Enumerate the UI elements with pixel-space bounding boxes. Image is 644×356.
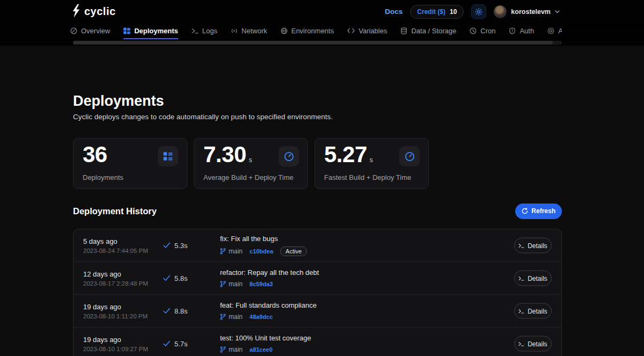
deployment-duration: 5.8s [163,274,188,282]
tab-label: Deployments [134,27,178,35]
deployment-commit: feat: Full standards compliance main 48a… [220,301,317,321]
horizontal-scrollbar[interactable] [73,41,553,45]
timer-icon [284,151,294,162]
theme-toggle-button[interactable] [471,4,486,19]
deployment-row: 12 days ago 2023-08-17 2:28:48 PM 5.8s r… [74,261,561,294]
commit-hash-link[interactable]: 48a9dcc [250,314,273,320]
tab-label: Overview [81,27,110,35]
username: korostelevm [511,8,551,16]
deployment-row: 19 days ago 2023-08-10 1:09:27 PM 5.7s t… [74,327,561,356]
gear-icon [547,27,554,34]
deployment-date: 19 days ago 2023-08-10 1:11:20 PM [83,303,148,319]
branch: main [220,248,243,255]
stat-label: Average Build + Deploy Time [203,173,294,181]
tab-network[interactable]: Network [231,23,267,39]
deployment-commit: refactor: Repay all the tech debt main 8… [220,268,319,288]
deployment-date: 12 days ago 2023-08-17 2:28:48 PM [83,270,148,287]
check-icon [163,341,170,347]
page-title: Deployments [73,93,164,110]
deployment-duration: 5.3s [163,242,188,250]
stat-cards: 36 Deployments 7.30s [73,138,429,189]
tab-environments[interactable]: Environments [281,23,334,39]
tab-label: Advanced [558,27,562,35]
refresh-button[interactable]: Refresh [515,204,562,219]
deployment-duration: 5.7s [163,340,188,348]
credit-badge[interactable]: Credit ($) 10 [410,5,464,19]
sun-icon [475,8,482,16]
tab-deployments[interactable]: Deployments [123,23,178,39]
avatar [494,5,507,18]
stat-iconbox [279,146,299,166]
status-badge: Active [280,246,307,256]
terminal-icon [518,243,524,248]
tab-data-storage[interactable]: Data / Storage [400,23,456,39]
tab-label: Data / Storage [411,27,456,35]
docs-link[interactable]: Docs [385,8,402,16]
chevron-down-icon [555,10,560,13]
main-content: Deployments Cyclic deploys changes to co… [0,46,644,356]
stat-value: 36 [83,142,110,168]
stat-iconbox [399,146,420,166]
page-subtitle: Cyclic deploys changes to code automatic… [73,113,333,121]
stat-label: Fastest Build + Deploy Time [324,173,411,181]
tab-advanced[interactable]: Advanced [547,23,562,39]
compass-icon [70,27,77,34]
details-button[interactable]: Details [514,303,552,319]
stat-value: 7.30s [203,142,252,168]
database-icon [400,27,407,34]
user-menu[interactable]: korostelevm [494,5,560,18]
cyclic-logo-icon [71,4,80,20]
stat-card-average-time: 7.30s Average Build + Deploy Time [194,138,308,189]
stat-iconbox [158,146,178,166]
git-branch-icon [220,346,226,353]
terminal-icon [192,27,199,34]
tab-label: Logs [202,27,217,35]
stat-card-deployments: 36 Deployments [73,138,187,189]
deployment-commit: fix: Fix all the bugs main c10bdea Activ… [220,235,307,256]
git-branch-icon [220,314,226,320]
check-icon [163,308,170,314]
tab-label: Variables [358,27,387,35]
commit-hash-link[interactable]: 8c59da3 [250,281,273,287]
tab-cron[interactable]: Cron [470,23,495,39]
logo[interactable]: cyclic [71,4,116,20]
deployments-icon [123,27,130,34]
stat-value: 5.27s [324,142,372,168]
check-icon [163,275,170,281]
git-branch-icon [220,281,226,287]
details-button[interactable]: Details [514,238,552,253]
commit-hash-link[interactable]: a81cee0 [250,346,273,353]
branch: main [220,346,243,353]
deployment-duration: 8.8s [163,307,188,315]
credit-label: Credit ($) [417,8,445,16]
tab-label: Environments [291,27,334,35]
nav-tabs: Overview Deployments Logs Network Enviro… [0,23,562,39]
deployment-date: 19 days ago 2023-08-10 1:09:27 PM [83,336,148,352]
tab-variables[interactable]: Variables [347,23,387,39]
tab-label: Cron [480,27,495,35]
tab-label: Auth [519,27,534,35]
topbar-right: Docs Credit ($) 10 korostelevm [385,4,560,19]
terminal-icon [518,275,524,281]
deployments-icon [163,151,173,161]
clock-icon [470,27,477,34]
globe-icon [281,27,288,34]
tab-auth[interactable]: Auth [509,23,534,39]
commit-hash-link[interactable]: c10bdea [250,248,273,255]
shield-icon [509,27,516,34]
scrollbar-track[interactable] [73,41,562,45]
git-branch-icon [220,248,226,255]
app-window: cyclic Docs Credit ($) 10 korostelevm [0,0,644,356]
code-icon [347,27,355,34]
details-button[interactable]: Details [514,271,552,286]
deployment-date: 5 days ago 2023-08-24 7:44:05 PM [83,237,148,254]
tab-overview[interactable]: Overview [70,23,110,39]
timer-icon [405,151,415,162]
details-button[interactable]: Details [514,336,552,352]
terminal-icon [518,341,524,346]
tab-logs[interactable]: Logs [192,23,217,39]
stat-card-fastest-time: 5.27s Fastest Build + Deploy Time [314,138,429,189]
refresh-icon [522,208,528,214]
logo-text: cyclic [84,5,116,18]
broadcast-icon [231,27,238,34]
